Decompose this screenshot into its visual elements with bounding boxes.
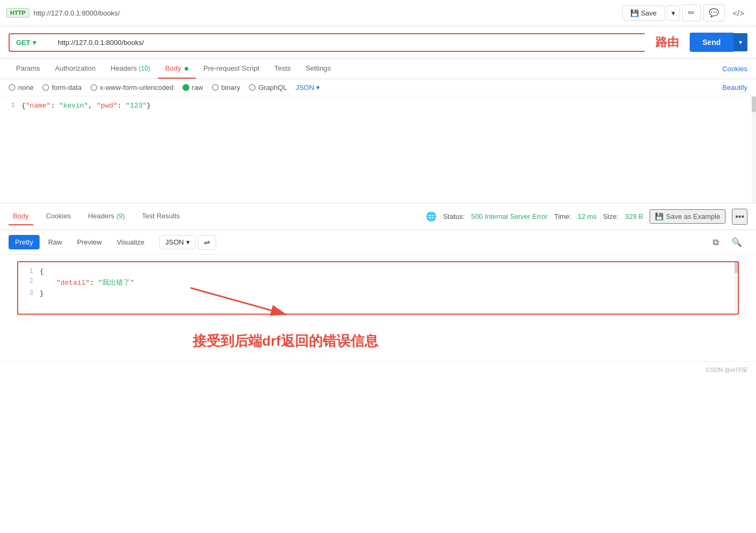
option-form-data[interactable]: form-data	[42, 83, 82, 92]
save-example-label: Save as Example	[666, 212, 720, 220]
fmt-visualize[interactable]: Visualize	[110, 235, 151, 249]
tab-params[interactable]: Params	[9, 59, 48, 79]
option-graphql[interactable]: GraphQL	[249, 83, 287, 92]
response-format-label: JSON	[165, 238, 184, 246]
response-format-caret-icon: ▾	[186, 238, 190, 246]
response-format-select[interactable]: JSON ▾	[159, 235, 196, 249]
beautify-button[interactable]: Beautify	[722, 83, 747, 92]
floppy-icon: 💾	[630, 9, 639, 17]
copy-icon: ⧉	[713, 238, 719, 247]
format-bar: Pretty Raw Preview Visualize JSON ▾ ⇌ ⧉ …	[0, 230, 756, 255]
close-brace: }	[147, 102, 151, 110]
tab-headers[interactable]: Headers (10)	[103, 59, 158, 79]
tab-body-label: Body	[165, 64, 181, 72]
detail-value: "我出错了"	[98, 279, 134, 287]
top-url: http://127.0.0.1:8000/books/	[34, 9, 618, 17]
resp-line-num-2: 2	[18, 278, 40, 285]
tab-settings[interactable]: Settings	[298, 59, 338, 79]
radio-binary	[212, 84, 219, 91]
tab-headers-badge: (10)	[139, 65, 150, 72]
resp-tab-test-results[interactable]: Test Results	[138, 208, 184, 225]
search-icon: 🔍	[731, 238, 742, 247]
svg-line-1	[190, 288, 287, 315]
request-tabs-row: Params Authorization Headers (10) Body P…	[0, 59, 756, 79]
option-urlencoded[interactable]: x-www-form-urlencoded	[90, 83, 174, 92]
line-number-1: 1	[0, 102, 21, 109]
resp-line-3: 3 }	[18, 288, 738, 299]
resp-line-num-3: 3	[18, 290, 40, 297]
edit-button[interactable]: ✏	[682, 4, 701, 21]
request-body-editor: 1 {"name": "kevin", "pwd": "123"}	[0, 96, 756, 203]
body-dot-icon	[185, 67, 188, 71]
edit-icon: ✏	[688, 8, 695, 17]
resp-line-1: 1 {	[18, 266, 738, 277]
response-scrollbar[interactable]	[735, 262, 738, 314]
response-body-editor: 1 { 2 "detail": "我出错了" 3 }	[17, 261, 739, 315]
tab-body[interactable]: Body	[158, 59, 196, 79]
resp-headers-badge: (9)	[116, 212, 125, 220]
copy-response-button[interactable]: ⧉	[707, 235, 724, 250]
send-main-button[interactable]: Send	[690, 33, 734, 52]
radio-form-data	[42, 84, 49, 91]
send-button-group: Send ▾	[690, 33, 747, 52]
url-annotation: 路由	[645, 34, 690, 50]
more-options-button[interactable]: •••	[732, 209, 747, 225]
size-value: 329 B	[625, 212, 643, 220]
fmt-preview[interactable]: Preview	[71, 235, 108, 249]
tab-tests[interactable]: Tests	[267, 59, 298, 79]
comment-icon: 💬	[709, 8, 719, 17]
json-type-select[interactable]: JSON ▾	[295, 83, 320, 92]
status-value: 500 Internal Server Error	[471, 212, 548, 220]
line-content-1: {"name": "kevin", "pwd": "123"}	[21, 102, 756, 110]
resp-line-content-3: }	[40, 290, 738, 298]
http-badge: HTTP	[6, 8, 29, 18]
url-input[interactable]	[51, 33, 645, 52]
top-bar: HTTP http://127.0.0.1:8000/books/ 💾 Save…	[0, 0, 756, 26]
resp-line-content-1: {	[40, 268, 738, 276]
body-options-row: none form-data x-www-form-urlencoded raw…	[0, 79, 756, 96]
save-caret-button[interactable]: ▾	[667, 5, 680, 21]
send-caret-button[interactable]: ▾	[734, 33, 747, 51]
json-caret-icon: ▾	[316, 83, 320, 92]
wrap-button[interactable]: ⇌	[198, 235, 216, 250]
save-example-button[interactable]: 💾 Save as Example	[650, 209, 726, 224]
detail-key: "detail"	[56, 279, 89, 287]
method-select[interactable]: GET ▾	[9, 33, 51, 52]
fmt-raw[interactable]: Raw	[42, 235, 68, 249]
code-button[interactable]: </>	[727, 5, 750, 21]
code-line-1: 1 {"name": "kevin", "pwd": "123"}	[0, 101, 756, 111]
save-icon: 💾	[655, 212, 663, 220]
cookies-link[interactable]: Cookies	[722, 65, 747, 73]
option-none[interactable]: none	[9, 83, 34, 92]
pwd-value: "123"	[126, 102, 147, 110]
top-actions: 💾 Save ▾ ✏ 💬 </>	[622, 4, 750, 21]
method-caret-icon: ▾	[33, 39, 36, 47]
editor-scrollbar[interactable]	[752, 96, 756, 203]
fmt-pretty[interactable]: Pretty	[9, 235, 40, 249]
radio-graphql	[249, 84, 256, 91]
option-binary[interactable]: binary	[212, 83, 240, 92]
response-body-container: 1 { 2 "detail": "我出错了" 3 }	[9, 261, 747, 315]
option-raw[interactable]: raw	[182, 83, 203, 92]
search-response-button[interactable]: 🔍	[726, 234, 747, 250]
open-brace: {	[21, 102, 26, 110]
resp-line-2: 2 "detail": "我出错了"	[18, 277, 738, 288]
resp-tab-body[interactable]: Body	[9, 208, 33, 225]
comment-button[interactable]: 💬	[703, 4, 725, 21]
resp-line-content-2: "detail": "我出错了"	[40, 278, 738, 287]
radio-none	[9, 84, 16, 91]
tab-authorization[interactable]: Authorization	[48, 59, 103, 79]
pwd-key: "pwd"	[96, 102, 117, 110]
page-footer: CSDN @er仔琛	[0, 361, 756, 378]
save-button[interactable]: 💾 Save	[622, 5, 665, 21]
request-bar: GET ▾ 路由 Send ▾	[0, 26, 756, 59]
tab-prerequest[interactable]: Pre-request Script	[196, 59, 267, 79]
tab-headers-label: Headers	[111, 64, 137, 72]
method-label: GET	[16, 39, 30, 47]
resp-tab-cookies[interactable]: Cookies	[42, 208, 75, 225]
status-area: 🌐 Status: 500 Internal Server Error Time…	[426, 209, 747, 225]
resp-tab-headers[interactable]: Headers (9)	[84, 208, 129, 225]
name-value: "kevin"	[59, 102, 88, 110]
time-value: 12 ms	[578, 212, 597, 220]
response-header: Body Cookies Headers (9) Test Results 🌐 …	[0, 203, 756, 230]
